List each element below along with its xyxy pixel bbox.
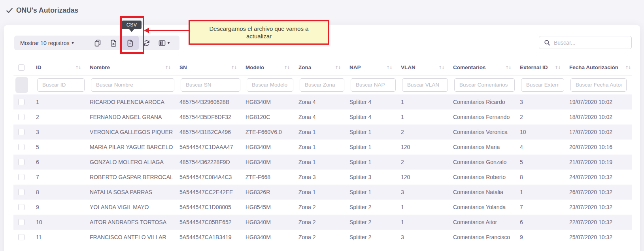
cell-vlan: 120: [401, 140, 453, 155]
cell-sn: 5A544547C05BE652: [179, 215, 246, 230]
cell-nap: Splitter 1: [349, 185, 401, 200]
filter-input-zona[interactable]: [300, 78, 344, 92]
cell-modelo: HG8340M: [246, 140, 298, 155]
sort-icon[interactable]: ↑↓: [625, 65, 631, 70]
filter-input-nap[interactable]: [351, 78, 396, 92]
copy-button[interactable]: [90, 36, 106, 50]
cell-external_id: 4: [520, 140, 569, 155]
cell-fecha: 18/07/2020 10:02: [569, 109, 632, 125]
row-checkbox[interactable]: [18, 114, 25, 120]
column-header-nap[interactable]: NAP↑↓: [349, 59, 401, 75]
column-visibility-button[interactable]: ▾: [155, 36, 174, 50]
table-filter-row: [13, 75, 632, 94]
table-toolbar: Mostrar 10 registros ▾: [13, 36, 632, 50]
filter-input-external_id[interactable]: [521, 78, 564, 92]
cell-zona: Zona 4: [298, 109, 349, 125]
csv-button[interactable]: CSV Descargamos el archivo que vamos a a…: [121, 36, 139, 50]
select-all-checkbox[interactable]: [18, 64, 25, 71]
filter-input-comentarios[interactable]: [454, 78, 515, 92]
cell-comentarios: Comentarios Natalia: [453, 185, 520, 200]
row-checkbox[interactable]: [18, 144, 25, 150]
sort-icon[interactable]: ↑↓: [555, 65, 561, 70]
row-checkbox[interactable]: [18, 159, 25, 165]
filter-input-nombre[interactable]: [91, 78, 174, 92]
cell-nombre: RICARDO PALENCIA AROCA: [90, 94, 179, 109]
column-header-vlan[interactable]: VLAN↑↓: [401, 59, 453, 75]
cell-id: 11: [36, 230, 90, 245]
filter-cell-external_id: [520, 75, 569, 94]
sort-icon[interactable]: ↑↓: [165, 65, 171, 70]
row-checkbox[interactable]: [18, 129, 25, 135]
cell-modelo: HG8340M: [246, 155, 298, 170]
check-icon: [6, 7, 13, 14]
filter-input-fecha[interactable]: [570, 78, 627, 92]
cell-comentarios: Comentarios Fernando: [453, 109, 520, 125]
sort-icon[interactable]: ↑↓: [386, 65, 392, 70]
column-header-fecha[interactable]: Fecha Autorización↑↓: [569, 59, 632, 75]
filter-input-vlan[interactable]: [402, 78, 448, 92]
cell-vlan: 1: [401, 109, 453, 125]
cell-nap: Splitter 2: [349, 215, 401, 230]
column-header-nombre[interactable]: Nombre↑↓: [90, 59, 179, 75]
cell-sn: 5A544547CC2E42EE: [179, 185, 246, 200]
row-checkbox[interactable]: [18, 204, 25, 210]
row-checkbox[interactable]: [18, 189, 25, 195]
cell-modelo: ZTE-F668: [246, 170, 298, 185]
length-menu-label: Mostrar 10 registros: [20, 40, 69, 46]
cell-id: 3: [36, 125, 90, 140]
cell-external_id: 9: [520, 230, 569, 245]
column-header-sn[interactable]: SN↑↓: [179, 59, 246, 75]
chevron-down-icon: ▾: [72, 41, 74, 45]
column-header-comentarios[interactable]: Comentarios↑↓: [453, 59, 520, 75]
filter-input-modelo[interactable]: [247, 78, 293, 92]
table-row: 11FRANCISCO ANTELO VILLAR5A544547CA1B341…: [13, 230, 632, 245]
length-menu-dropdown[interactable]: Mostrar 10 registros ▾: [20, 40, 83, 46]
reload-icon: [143, 40, 150, 47]
column-header-zona[interactable]: Zona↑↓: [298, 59, 349, 75]
cell-comentarios: Comentarios Aitor: [453, 215, 520, 230]
cell-external_id: 10: [520, 125, 569, 140]
sort-icon[interactable]: ↑↓: [335, 65, 341, 70]
cell-nap: Splitter 1: [349, 125, 401, 140]
cell-modelo: HG8340M: [246, 94, 298, 109]
column-header-external_id[interactable]: External ID↑↓: [520, 59, 569, 75]
excel-file-icon: [110, 40, 117, 47]
filter-input-id[interactable]: [37, 78, 85, 92]
cell-modelo: ZTE-F660V6.0: [246, 125, 298, 140]
sort-icon[interactable]: ↑↓: [231, 65, 237, 70]
column-header-id[interactable]: ID↑↓: [36, 59, 90, 75]
row-select-cell: [13, 215, 36, 230]
cell-sn: 485754431B2CA496: [179, 125, 246, 140]
cell-nap: Splitter 1: [349, 140, 401, 155]
annotation-callout: Descargamos el archivo que vamos a actua…: [189, 20, 329, 45]
sort-icon[interactable]: ↑↓: [75, 65, 81, 70]
cell-nap: Splitter 2: [349, 200, 401, 215]
reload-button[interactable]: [139, 36, 155, 50]
row-checkbox[interactable]: [18, 234, 25, 240]
table-row: 2FERNANDO ANGEL GRANA485754435DF6DF32HG8…: [13, 109, 632, 125]
row-checkbox[interactable]: [18, 174, 25, 180]
row-select-cell: [13, 125, 36, 140]
table-card: Mostrar 10 registros ▾: [4, 25, 640, 251]
cell-nap: Splitter 3: [349, 170, 401, 185]
filter-input-sn[interactable]: [181, 78, 240, 92]
table-row: 3VERONICA GALLEGOS PIQUER485754431B2CA49…: [13, 125, 632, 140]
sort-icon[interactable]: ↑↓: [505, 65, 511, 70]
sort-icon[interactable]: ↑↓: [438, 65, 444, 70]
column-header-modelo[interactable]: Modelo↑↓: [246, 59, 298, 75]
cell-nombre: GONZALO MOLERO ALIAGA: [90, 155, 179, 170]
search-icon: [544, 40, 550, 46]
row-checkbox[interactable]: [18, 99, 25, 105]
chevron-down-icon: ▾: [168, 41, 170, 45]
excel-button[interactable]: [106, 36, 121, 50]
cell-external_id: 7: [520, 200, 569, 215]
column-label-id: ID: [36, 64, 42, 70]
cell-zona: Zona 3: [298, 170, 349, 185]
cell-nombre: FRANCISCO ANTELO VILLAR: [90, 230, 179, 245]
search-input[interactable]: [554, 36, 631, 49]
row-select-cell: [13, 230, 36, 245]
row-checkbox[interactable]: [18, 219, 25, 225]
cell-vlan: 1: [401, 94, 453, 109]
sort-icon[interactable]: ↑↓: [284, 65, 290, 70]
cell-id: 2: [36, 109, 90, 125]
